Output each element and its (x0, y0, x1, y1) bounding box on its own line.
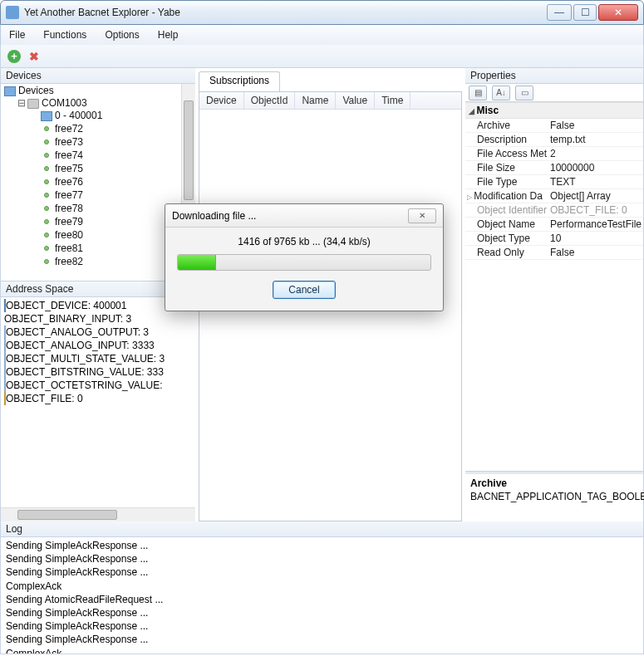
prop-value[interactable]: False (547, 119, 643, 132)
log-header: Log (1, 521, 643, 537)
prop-value[interactable]: 10000000 (547, 161, 643, 174)
prop-name: File Size (465, 161, 547, 174)
categorize-icon[interactable]: ▤ (469, 86, 487, 100)
free-slot[interactable]: free81 (55, 242, 83, 254)
property-row[interactable]: Object NamePerformanceTestFile (465, 218, 643, 232)
address-space-item[interactable]: OBJECT_OCTETSTRING_VALUE: (4, 379, 195, 392)
menu-file[interactable]: File (9, 29, 25, 41)
address-space-item[interactable]: OBJECT_FILE: 0 (4, 392, 195, 405)
properties-toolbar: ▤ A↓ ▭ (465, 84, 643, 102)
prop-category[interactable]: Misc (465, 102, 643, 119)
prop-value[interactable]: OBJECT_FILE: 0 (547, 203, 643, 217)
dialog-close-icon[interactable]: ✕ (408, 208, 436, 223)
object-label: OBJECT_BINARY_INPUT: 3 (4, 313, 131, 325)
port-node[interactable]: COM1003 (42, 97, 87, 109)
address-space-item[interactable]: OBJECT_MULTI_STATE_VALUE: 3 (4, 352, 195, 365)
prop-value[interactable]: PerformanceTestFile (547, 218, 643, 231)
object-label: OBJECT_MULTI_STATE_VALUE: 3 (6, 353, 165, 365)
column-header[interactable]: Name (295, 92, 336, 109)
property-description: Archive BACNET_APPLICATION_TAG_BOOLEAN (465, 472, 643, 521)
prop-value[interactable]: TEXT (547, 175, 643, 188)
free-slot[interactable]: free76 (55, 176, 83, 188)
free-slot-icon (44, 126, 49, 131)
prop-desc-body: BACNET_APPLICATION_TAG_BOOLEAN (470, 491, 644, 502)
free-slot-icon (44, 219, 49, 224)
tab-subscriptions[interactable]: Subscriptions (199, 71, 280, 91)
property-row[interactable]: ArchiveFalse (465, 119, 643, 133)
delete-icon[interactable]: ✖ (29, 50, 39, 63)
device-node[interactable]: 0 - 400001 (55, 110, 102, 121)
menu-options[interactable]: Options (105, 29, 139, 41)
devices-root[interactable]: Devices (18, 85, 54, 96)
dialog-title: Downloading file ... (172, 210, 408, 222)
free-slot[interactable]: free79 (55, 216, 83, 228)
free-slot-icon (44, 166, 49, 171)
toolbar: + ✖ (0, 45, 644, 68)
free-slot[interactable]: free74 (55, 149, 83, 161)
minimize-button[interactable]: — (547, 4, 572, 21)
log-line: Sending AtomicReadFileRequest ... (6, 593, 638, 606)
object-label: OBJECT_ANALOG_INPUT: 3333 (6, 340, 155, 351)
free-slot-icon (44, 259, 49, 264)
sort-icon[interactable]: A↓ (492, 86, 510, 100)
device-icon (41, 111, 52, 121)
prop-pages-icon[interactable]: ▭ (515, 86, 533, 100)
prop-name: Object Name (465, 218, 547, 231)
cancel-button[interactable]: Cancel (273, 281, 335, 299)
maximize-button[interactable]: ☐ (573, 4, 597, 21)
property-row[interactable]: Modification DaObject[] Array (465, 189, 643, 203)
column-header[interactable]: Value (336, 92, 375, 109)
prop-name: Read Only (465, 246, 547, 259)
property-grid[interactable]: Misc ArchiveFalseDescriptiontemp.txtFile… (465, 102, 643, 472)
menu-functions[interactable]: Functions (43, 29, 86, 41)
free-slot[interactable]: free77 (55, 189, 83, 201)
property-row[interactable]: File TypeTEXT (465, 175, 643, 189)
object-label: OBJECT_OCTETSTRING_VALUE: (6, 379, 162, 391)
free-slot[interactable]: free73 (55, 136, 83, 148)
property-row[interactable]: Descriptiontemp.txt (465, 133, 643, 147)
prop-name: Archive (465, 119, 547, 132)
object-label: OBJECT_BITSTRING_VALUE: 333 (6, 366, 164, 378)
free-slot[interactable]: free82 (55, 256, 83, 267)
progress-bar (177, 254, 431, 271)
port-icon (27, 99, 39, 109)
titlebar[interactable]: Yet Another Bacnet Explorer - Yabe — ☐ ✕ (0, 0, 644, 25)
prop-value[interactable]: False (547, 246, 643, 259)
property-row[interactable]: File Size10000000 (465, 161, 643, 175)
menubar: File Functions Options Help (0, 25, 644, 45)
property-row[interactable]: Object Type10 (465, 232, 643, 246)
log-line: Sending SimpleAckResponse ... (6, 552, 638, 565)
property-row[interactable]: Object IdentifierOBJECT_FILE: 0 (465, 203, 643, 218)
app-icon (6, 6, 19, 19)
address-space-item[interactable]: OBJECT_BINARY_INPUT: 3 (4, 312, 195, 326)
free-slot[interactable]: free72 (55, 123, 83, 135)
free-slot[interactable]: free75 (55, 163, 83, 174)
close-button[interactable]: ✕ (598, 4, 638, 21)
prop-value[interactable]: 10 (547, 232, 643, 245)
column-header[interactable]: Time (375, 92, 410, 109)
prop-value[interactable]: temp.txt (547, 133, 643, 146)
log-line: Sending SimpleAckResponse ... (6, 606, 638, 619)
free-slot-icon (44, 179, 49, 184)
properties-header: Properties (465, 68, 643, 84)
property-row[interactable]: File Access Met2 (465, 147, 643, 161)
property-row[interactable]: Read OnlyFalse (465, 246, 643, 260)
prop-value[interactable]: 2 (547, 147, 643, 160)
address-space-item[interactable]: OBJECT_ANALOG_INPUT: 3333 (4, 339, 195, 352)
address-space-item[interactable]: OBJECT_BITSTRING_VALUE: 333 (4, 365, 195, 379)
log-output[interactable]: Sending SimpleAckResponse ...Sending Sim… (1, 537, 643, 654)
download-dialog: Downloading file ... ✕ 1416 of 9765 kb .… (165, 203, 444, 311)
free-slot[interactable]: free80 (55, 229, 83, 241)
address-space-hscroll[interactable] (1, 507, 195, 521)
menu-help[interactable]: Help (158, 29, 179, 41)
address-space-tree[interactable]: OBJECT_DEVICE: 400001OBJECT_BINARY_INPUT… (1, 297, 195, 507)
add-icon[interactable]: + (7, 50, 21, 63)
log-line: ComplexAck (6, 580, 638, 593)
address-space-item[interactable]: OBJECT_ANALOG_OUTPUT: 3 (4, 326, 195, 339)
log-line: Sending SimpleAckResponse ... (6, 619, 638, 633)
column-header[interactable]: Device (199, 92, 244, 109)
free-slot[interactable]: free78 (55, 203, 83, 214)
prop-value[interactable]: Object[] Array (547, 189, 643, 203)
prop-desc-title: Archive (470, 477, 638, 489)
column-header[interactable]: ObjectId (244, 92, 296, 109)
